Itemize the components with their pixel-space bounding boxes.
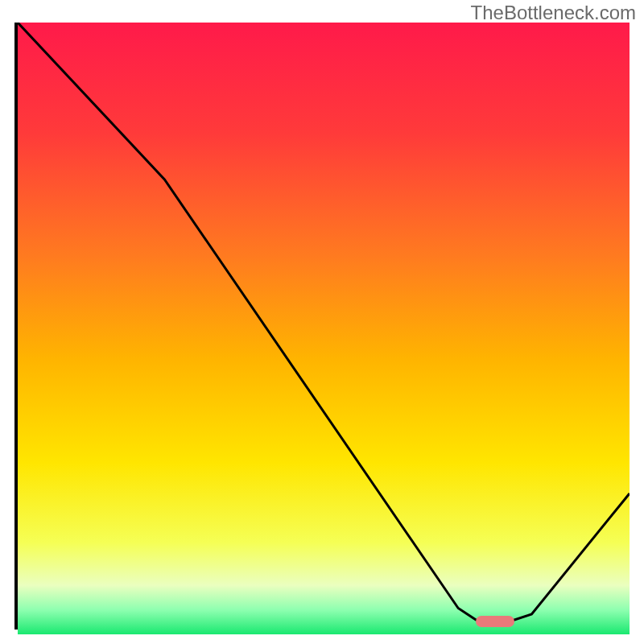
optimal-marker [476, 616, 514, 627]
chart-wrapper: TheBottleneck.com [0, 0, 644, 644]
curve [18, 23, 630, 626]
plot-frame [14, 23, 630, 630]
watermark-text: TheBottleneck.com [471, 2, 636, 24]
